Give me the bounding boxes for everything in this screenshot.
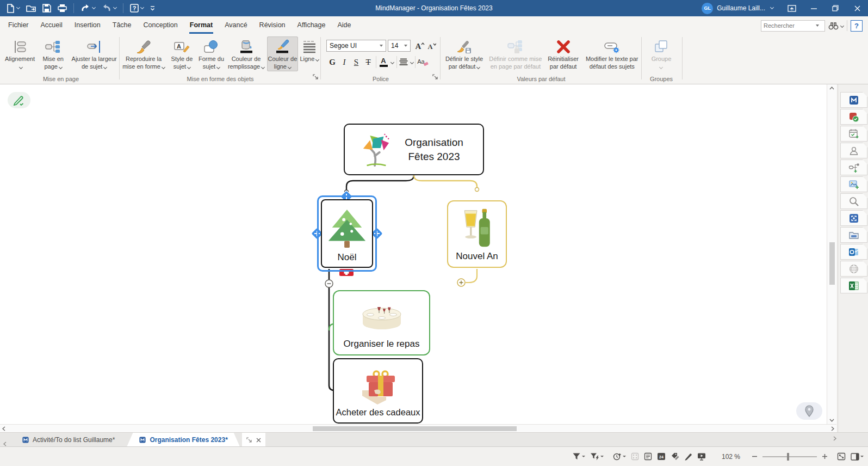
presentation-button[interactable]: [697, 450, 706, 463]
dropdown-caret-icon[interactable]: [816, 24, 819, 27]
tab-affichage[interactable]: Affichage: [292, 16, 332, 34]
clear-formatting-button[interactable]: Aa: [417, 56, 429, 69]
tab-format[interactable]: Format: [184, 16, 219, 34]
vertical-scrollbar[interactable]: [827, 84, 836, 424]
scroll-left-arrow[interactable]: [2, 425, 5, 432]
collapse-button-noel[interactable]: [325, 280, 333, 287]
mise-en-page-button[interactable]: Mise en page: [38, 36, 69, 71]
central-topic[interactable]: Organisation Fêtes 2023: [344, 124, 484, 175]
save-button[interactable]: [40, 2, 53, 15]
customize-toolbar-button[interactable]: [148, 2, 157, 15]
gantt-button[interactable]: 24: [657, 450, 666, 463]
horizontal-scrollbar-thumb[interactable]: [313, 426, 517, 431]
scroll-down-arrow[interactable]: [827, 419, 836, 422]
topic-noel[interactable]: Noël: [321, 199, 373, 268]
zoom-in-button[interactable]: [822, 450, 828, 463]
topic-nouvel-an[interactable]: Nouvel An: [447, 200, 507, 268]
topic-cadeaux[interactable]: Acheter des cadeaux: [333, 358, 423, 424]
dialog-launcher-button[interactable]: [313, 72, 318, 82]
power-filter-button[interactable]: [590, 450, 604, 463]
alignement-button[interactable]: Alignement: [3, 36, 36, 71]
redo-button[interactable]: [100, 2, 119, 15]
font-size-select[interactable]: 14: [388, 40, 411, 52]
map-position-indicator[interactable]: [796, 402, 822, 420]
window-preview-button[interactable]: [781, 0, 803, 16]
tags-button[interactable]: [671, 450, 679, 463]
sidebar-tab-add-image[interactable]: [840, 176, 867, 192]
font-color-button[interactable]: A: [378, 56, 389, 69]
notes-view-button[interactable]: [644, 450, 652, 463]
map-canvas[interactable]: Organisation Fêtes 2023 Noël: [0, 84, 827, 424]
topic-repas[interactable]: Organiser le repas: [333, 290, 430, 355]
scroll-up-arrow[interactable]: [827, 87, 836, 90]
underline-button[interactable]: S: [350, 56, 362, 69]
zoom-slider-thumb[interactable]: [787, 453, 789, 461]
sidebar-tab-outlook[interactable]: [840, 244, 867, 260]
schedule-button[interactable]: [613, 450, 626, 463]
sidebar-tab-excel[interactable]: [840, 278, 867, 293]
bold-button[interactable]: G: [326, 56, 338, 69]
close-button[interactable]: [846, 0, 868, 16]
tab-fichier[interactable]: Fichier: [2, 16, 35, 34]
document-tab-organisation-fetes[interactable]: Organisation Fêtes 2023*: [127, 433, 239, 446]
float-tab-button[interactable]: [246, 435, 252, 445]
tab-insertion[interactable]: Insertion: [69, 16, 107, 34]
sidebar-tab-snapshot[interactable]: [840, 210, 867, 226]
new-document-button[interactable]: [4, 2, 22, 15]
tab-accueil[interactable]: Accueil: [35, 16, 69, 34]
restore-button[interactable]: [824, 0, 846, 16]
tab-avance[interactable]: Avancé: [219, 16, 253, 34]
style-de-sujet-button[interactable]: A Style de sujet: [168, 36, 196, 71]
reproduire-mise-en-forme-button[interactable]: Reproduire la mise en forme: [121, 36, 166, 71]
scroll-right-arrow[interactable]: [831, 425, 834, 432]
user-name[interactable]: Guillaume Laill...: [717, 4, 765, 12]
find-button[interactable]: [828, 19, 844, 32]
shrink-font-button[interactable]: A: [427, 39, 436, 52]
help-pane-button[interactable]: ?: [851, 20, 863, 32]
sidebar-tab-contacts[interactable]: [840, 143, 867, 158]
definir-style-defaut-button[interactable]: Définir le style par défaut: [442, 36, 487, 71]
tab-tache[interactable]: Tâche: [107, 16, 138, 34]
tab-aide[interactable]: Aide: [331, 16, 357, 34]
horizontal-scrollbar[interactable]: [0, 424, 836, 432]
edit-mode-indicator[interactable]: [8, 92, 30, 108]
ligne-button[interactable]: Ligne: [299, 36, 320, 71]
tab-revision[interactable]: Révision: [253, 16, 292, 34]
couleur-de-ligne-button[interactable]: Couleur de ligne: [267, 36, 298, 71]
search-box[interactable]: [761, 20, 825, 32]
close-tab-button[interactable]: [256, 435, 261, 445]
ink-button[interactable]: [684, 450, 692, 463]
dialog-launcher-button[interactable]: [432, 72, 438, 82]
zoom-out-button[interactable]: [752, 450, 758, 463]
tab-scroll-right-arrow[interactable]: [833, 436, 836, 441]
vertical-scrollbar-thumb[interactable]: [829, 242, 835, 285]
font-family-select[interactable]: Segoe UI: [326, 40, 386, 52]
sidebar-tab-document[interactable]: [840, 92, 867, 108]
zoom-slider[interactable]: [762, 456, 817, 457]
tab-conception[interactable]: Conception: [138, 16, 184, 34]
sidebar-tab-web[interactable]: [840, 261, 867, 277]
text-alignment-button[interactable]: [399, 56, 413, 69]
tab-scroll-left-arrow[interactable]: [0, 442, 10, 446]
undo-button[interactable]: [78, 2, 97, 15]
sidebar-tab-file-explorer[interactable]: [840, 227, 867, 243]
open-button[interactable]: [24, 2, 38, 15]
reinitialiser-defaut-button[interactable]: Réinitialiser par défaut: [544, 36, 582, 71]
strikethrough-button[interactable]: T: [362, 56, 374, 69]
help-button[interactable]: ?: [128, 2, 146, 15]
filter-button[interactable]: [572, 450, 585, 463]
panels-button[interactable]: [851, 450, 864, 463]
forme-du-sujet-button[interactable]: Forme du sujet: [197, 36, 225, 71]
avatar[interactable]: GL: [702, 3, 713, 14]
fit-map-button[interactable]: [837, 450, 846, 463]
sidebar-tab-task-complete[interactable]: [840, 109, 867, 125]
document-tab-activite[interactable]: Activité/To do list Guillaume*: [10, 433, 127, 446]
print-button[interactable]: [55, 2, 69, 15]
ajuster-largeur-button[interactable]: Ajuster la largeur de sujet: [70, 36, 119, 71]
sidebar-tab-calendar-add[interactable]: [840, 126, 867, 142]
search-input[interactable]: [764, 22, 816, 29]
sidebar-tab-add-topic[interactable]: [840, 160, 867, 175]
couleur-remplissage-button[interactable]: Couleur de remplissage: [226, 36, 266, 71]
modifier-texte-defaut-button[interactable]: Modifier le texte par défaut des sujets: [583, 36, 641, 71]
grow-font-button[interactable]: A: [415, 39, 425, 52]
